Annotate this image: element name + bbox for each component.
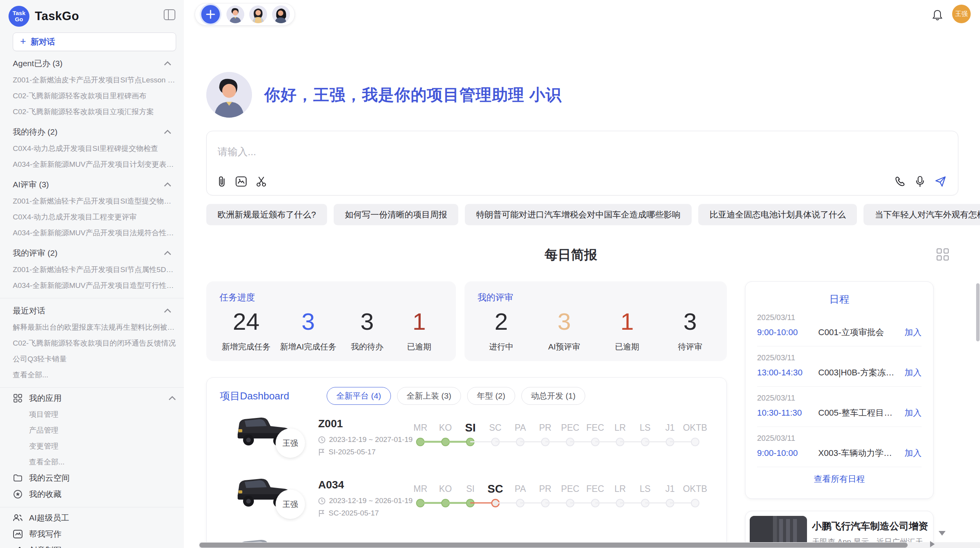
section-header-my-review[interactable]: 我的评审 (2) [13, 245, 176, 262]
sidebar-item[interactable]: A034-全新新能源MUV产品开发项目计划变更表编写 [13, 156, 176, 172]
milestone-pec: PEC [558, 420, 583, 449]
agent-avatar[interactable] [249, 5, 267, 23]
project-row[interactable]: 王强 Z001 2023-12-19 ~ 2027-01-19 SI-2025-… [207, 411, 727, 472]
stat-my-todo: 3 我的待办 [346, 309, 389, 352]
stat-new-done: 24 新增完成任务 [222, 309, 271, 352]
section-header-ai-review[interactable]: AI评审 (3) [13, 176, 176, 193]
sidebar-item-creative-drawing[interactable]: 创意制图 [13, 542, 176, 548]
layout-grid-icon[interactable] [937, 248, 949, 261]
sidebar-item-ai-super-staff[interactable]: AI超级员工 [13, 510, 176, 526]
project-code: Z001 [318, 418, 343, 430]
horizontal-scrollbar-thumb[interactable] [199, 543, 908, 548]
milestone-ls: LS [633, 420, 658, 449]
phone-icon[interactable] [894, 176, 905, 188]
sidebar-item-favorites[interactable]: 我的收藏 [13, 486, 176, 502]
chevron-up-icon[interactable] [164, 251, 171, 255]
sidebar-item[interactable]: A034-全新新能源MUV产品开发项目法规符合性评审 [13, 225, 176, 241]
app-item-change-mgmt[interactable]: 变更管理 [13, 438, 176, 454]
app-logo: Task Go [9, 6, 29, 27]
app-item-project-mgmt[interactable]: 项目管理 [13, 406, 176, 422]
notification-bell-icon[interactable] [932, 9, 943, 22]
send-icon[interactable] [935, 176, 946, 189]
main-area: 王强 你好，王强，我是你的项目管理助理 小识 请输入... [184, 0, 980, 548]
apps-grid-icon [13, 393, 23, 403]
view-all-apps-link[interactable]: 查看全部... [13, 454, 176, 470]
sidebar-item[interactable]: A034-全新新能源MUV产品开发项目造型可行性评审 [13, 277, 176, 293]
section-header-my-todo[interactable]: 我的待办 (2) [13, 123, 176, 140]
message-composer[interactable]: 请输入... [206, 131, 958, 195]
vertical-scrollbar-thumb[interactable] [976, 283, 980, 341]
milestone-ko: KO [433, 420, 458, 449]
mic-icon[interactable] [915, 176, 925, 189]
suggestion-chip[interactable]: 当下年轻人对汽车外观有怎样的喜好趋势 [863, 204, 980, 225]
section-header-agent-done[interactable]: Agent已办 (3) [13, 55, 176, 72]
horizontal-scrollbar[interactable] [199, 542, 980, 548]
milestone-dot[interactable] [691, 438, 699, 446]
attach-icon[interactable] [217, 176, 227, 189]
sidebar-item[interactable]: C0X4-动力总成开发项目工程变更评审 [13, 209, 176, 225]
view-all-schedule-link[interactable]: 查看所有日程 [757, 473, 922, 485]
add-agent-button[interactable] [201, 5, 220, 24]
sidebar-item[interactable]: C02-飞腾新能源轻客改款项目里程碑画布 [13, 88, 176, 104]
recent-chat-item[interactable]: 公司Q3轻卡销量 [13, 351, 176, 367]
app-title: TaskGo [35, 9, 79, 23]
chevron-up-icon[interactable] [164, 130, 171, 134]
suggestion-chip[interactable]: 特朗普可能对进口汽车增税会对中国车企造成哪些影响 [465, 204, 692, 225]
sidebar-collapse-icon[interactable] [164, 9, 175, 20]
milestone-oktb: OKTB [683, 420, 708, 449]
chevron-up-icon[interactable] [164, 182, 171, 187]
section-header-recent-chats[interactable]: 最近对话 [13, 302, 176, 319]
suggestion-chip[interactable]: 如何写一份清晰的项目周报 [334, 204, 458, 225]
chevron-up-icon[interactable] [164, 308, 171, 313]
sidebar-item-my-apps[interactable]: 我的应用 [13, 390, 176, 406]
user-avatar[interactable]: 王强 [952, 5, 971, 23]
sidebar-item-help-me-write[interactable]: 帮我写作 [13, 526, 176, 542]
milestone-j1: J1 [658, 420, 683, 449]
sidebar-item[interactable]: Z001-全新燃油轻卡产品开发项目SI节点属性5D文件评审 [13, 262, 176, 277]
join-link[interactable]: 加入 [905, 447, 922, 459]
owner-badge: 王强 [276, 490, 305, 519]
project-dates: 2023-12-19 ~ 2026-01-19 [318, 497, 413, 505]
scissors-icon[interactable] [255, 176, 267, 189]
suggestion-chip[interactable]: 比亚迪全固态电池计划具体说了什么 [698, 204, 857, 225]
scroll-down-arrow-icon[interactable] [939, 531, 946, 536]
filter-chip-powertrain[interactable]: 动总开发 (1) [521, 387, 586, 405]
project-row[interactable]: 王强 A034 2023-12-19 ~ 2026-01-19 SC-2025-… [207, 472, 727, 533]
sidebar-item-cloud-space[interactable]: 我的云空间 [13, 470, 176, 486]
view-all-chats-link[interactable]: 查看全部... [13, 367, 176, 383]
filter-chip-model-year[interactable]: 年型 (2) [467, 387, 515, 405]
chevron-up-icon[interactable] [164, 61, 171, 66]
recent-chat-item[interactable]: 解释最新出台的欧盟报废车法规再生塑料比例被调至15%... [13, 319, 176, 335]
cloud-space-label: 我的云空间 [29, 473, 70, 483]
app-item-product-mgmt[interactable]: 产品管理 [13, 422, 176, 438]
logo-text-bottom: Go [15, 16, 23, 22]
sidebar-item[interactable]: Z001-全新燃油轻卡产品开发项目SI造型提交物评审 [13, 193, 176, 209]
sidebar-item[interactable]: Z001-全新燃油皮卡产品开发项目SI节点Lesson Learn报告 [13, 72, 176, 88]
recent-chat-item[interactable]: C02-飞腾新能源轻客改款项目的闭环通告反馈情况 [13, 335, 176, 351]
suggestion-chip[interactable]: 欧洲新规最近颁布了什么? [206, 204, 327, 225]
filter-chip-new-body[interactable]: 全新上装 (3) [397, 387, 461, 405]
chevron-up-icon[interactable] [168, 396, 176, 401]
project-flag-date: SC-2025-05-17 [318, 509, 379, 517]
join-link[interactable]: 加入 [905, 407, 922, 419]
people-icon [13, 513, 23, 523]
agent-avatar[interactable] [226, 5, 244, 23]
sidebar-item[interactable]: C0X4-动力总成开发项目SI里程碑提交物检查 [13, 140, 176, 156]
scroll-right-arrow-icon[interactable] [930, 541, 935, 547]
new-chat-button[interactable]: + 新对话 [13, 33, 176, 51]
join-link[interactable]: 加入 [905, 327, 922, 338]
join-link[interactable]: 加入 [905, 367, 922, 378]
milestone-dot[interactable] [691, 499, 699, 507]
filter-chip-all-platform[interactable]: 全新平台 (4) [327, 387, 391, 405]
project-code: A034 [318, 479, 344, 491]
creative-drawing-label: 创意制图 [29, 545, 62, 548]
sidebar-item[interactable]: C02-飞腾新能源轻客改款项目立项汇报方案 [13, 104, 176, 120]
image-icon[interactable] [235, 176, 247, 188]
milestone-sc: SC [483, 481, 508, 510]
milestone-mr: MR [408, 481, 433, 510]
event-time: 13:00-14:30 [757, 368, 818, 378]
flag-icon [318, 449, 325, 456]
event-time: 9:00-10:00 [757, 327, 818, 337]
agent-avatar[interactable] [272, 5, 290, 23]
hero-greeting-block: 你好，王强，我是你的项目管理助理 小识 [206, 72, 562, 118]
